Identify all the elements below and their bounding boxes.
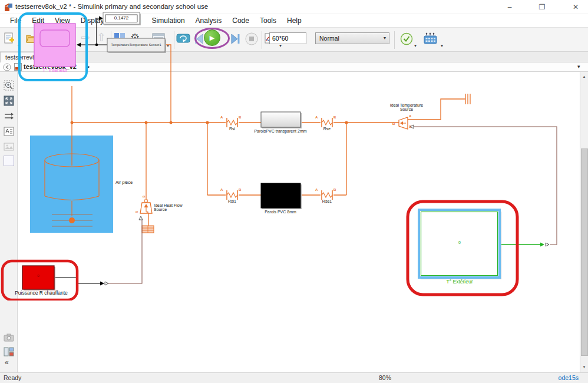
thermal-reference-icon (142, 226, 154, 233)
heat-flow-label-line1: Ideal Heat Flow (154, 203, 183, 207)
arrow-into-scope-icon (77, 43, 81, 47)
thermal-node-dot (69, 217, 75, 223)
status-bar: Ready 80% ode15s (0, 372, 588, 383)
simulink-window: testserrev8ok_v2 * - Simulink primary an… (0, 0, 588, 383)
model-browser-icon[interactable] (4, 346, 14, 357)
screenshot-camera-icon[interactable] (4, 332, 14, 343)
t-interieur-label: T° Intérieur (22, 67, 87, 73)
green-arrow-icon (540, 243, 544, 247)
heat-flow-port-b: B (143, 196, 146, 197)
parois-8mm-block[interactable] (261, 183, 300, 208)
rsi-port-b: B (239, 115, 241, 119)
temp-source-port-b: B (392, 122, 395, 126)
rsi1-label: Rsi1 (220, 199, 244, 203)
vertical-scrollbar[interactable]: ▲ ▼ (580, 72, 588, 372)
t-exterieur-value: 0 (442, 240, 477, 245)
parois-transparent-label: ParoisPVC transparent 2mm (245, 129, 316, 133)
temp-source-label-line1: Ideal Temperature (371, 103, 442, 107)
heat-flow-source-label: Ideal Heat Flow Source (154, 203, 183, 212)
status-zoom-level: 80% (379, 374, 391, 381)
rsi-port-a: A (220, 115, 223, 119)
scroll-up-icon[interactable]: ▲ (580, 72, 588, 81)
rse-port-b: B (333, 115, 336, 119)
puissance-label: Puissance R chauffante (0, 290, 82, 296)
rse1-port-a: A (315, 188, 318, 192)
display-value: 0.1472 (106, 15, 137, 21)
heat-flow-port-a: A (146, 211, 149, 213)
temp-source-port-a: A (409, 114, 411, 118)
temp-source-label-line2: Source (371, 107, 442, 111)
t-exterieur-label: T° Extérieur (421, 279, 498, 285)
ps-converter-port-icon (105, 282, 108, 285)
thermal-ground-icon (465, 94, 470, 104)
puissance-block[interactable] (22, 266, 54, 289)
model-canvas[interactable]: T° Intérieur 0.1472 TempératureTemperatu… (0, 0, 562, 301)
air-piece-label: Air pièce (115, 180, 133, 185)
status-ready: Ready (4, 374, 21, 381)
ps-input-port-icon (546, 243, 549, 246)
heat-flow-port-s: S (136, 211, 138, 213)
heat-flow-s-port-icon (139, 216, 143, 220)
collapse-palette-icon[interactable]: « (5, 358, 9, 367)
temp-source-port-s: S (409, 125, 411, 128)
rsi1-port-b: B (239, 188, 241, 192)
ideal-temperature-source-label: Ideal Temperature Source (371, 103, 442, 111)
rse1-port-b: B (333, 188, 336, 192)
status-solver-link[interactable]: ode15s (559, 374, 579, 381)
scrollbar-thumb[interactable] (581, 148, 588, 356)
rse-port-a: A (315, 115, 318, 119)
signal-junction-dot (95, 44, 98, 47)
breadcrumb-dropdown-icon[interactable]: ▾ (577, 64, 580, 70)
parois-8mm-label: Parois PVC 8mm (245, 210, 316, 214)
temperature-sensor-label: TempératureTemperature Sensor1 (107, 38, 165, 52)
parois-transparent-block[interactable] (261, 112, 300, 127)
rsi1-port-a: A (220, 188, 223, 192)
heat-flow-label-line2: Source (154, 207, 183, 212)
arrow-power-signal-icon (100, 282, 104, 286)
scroll-down-icon[interactable]: ▼ (580, 362, 588, 372)
rsi-label: Rsi (220, 127, 244, 131)
rse-label: Rse (315, 127, 339, 131)
close-button[interactable]: ✕ (564, 1, 587, 13)
ideal-temperature-source-block[interactable] (399, 117, 408, 129)
arrow-into-display-icon (99, 16, 103, 21)
rse1-label: Rse1 (315, 199, 339, 203)
puissance-value: 0 (28, 274, 49, 278)
